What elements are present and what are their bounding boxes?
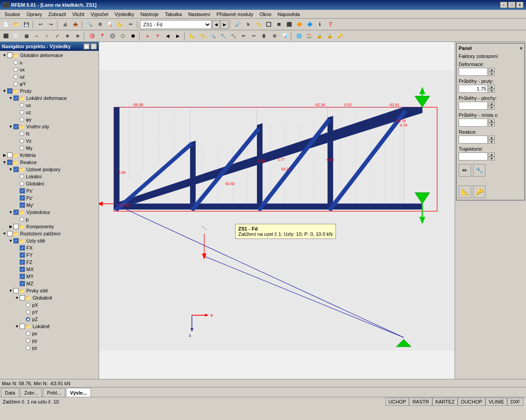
kartez-button[interactable]: KARTEZ bbox=[432, 398, 458, 406]
menu-item-zobrazit[interactable]: Zobrazit bbox=[46, 11, 69, 18]
tb-btn-10[interactable]: 🔳 bbox=[274, 20, 284, 29]
checkbox-22[interactable] bbox=[13, 210, 19, 215]
trajectories-input[interactable] bbox=[459, 152, 488, 161]
bottom-tab-0[interactable]: Data bbox=[1, 388, 19, 397]
tree-item-5[interactable]: ▼📁Pruty bbox=[0, 87, 99, 95]
tb-btn-14[interactable]: ℹ bbox=[315, 20, 325, 29]
save-button[interactable]: 💾 bbox=[21, 20, 31, 29]
tb2-btn-25[interactable]: 🗑 bbox=[259, 31, 269, 41]
checkbox-21[interactable] bbox=[20, 202, 25, 208]
tree-item-1[interactable]: u bbox=[0, 59, 99, 66]
checkbox-33[interactable] bbox=[13, 288, 19, 293]
radio-13[interactable] bbox=[20, 146, 24, 150]
tb-btn-1[interactable]: 🔍 bbox=[85, 20, 95, 29]
rastr-button[interactable]: RASTR bbox=[409, 398, 432, 406]
tb2-btn-16[interactable]: ◀ bbox=[163, 31, 173, 41]
menu-item-nápověda[interactable]: Nápověda bbox=[275, 11, 302, 18]
tb2-btn-13[interactable]: ⬢ bbox=[128, 31, 138, 41]
radio-36[interactable] bbox=[26, 310, 30, 314]
tb2-btn-14[interactable]: 🔺 bbox=[142, 31, 152, 41]
radio-40[interactable] bbox=[26, 338, 30, 343]
radio-41[interactable] bbox=[26, 346, 30, 350]
menu-item-nastavení[interactable]: Nastavení bbox=[186, 11, 213, 18]
nav-fwd-button[interactable]: ▶ bbox=[220, 20, 228, 29]
menu-item-výsledky[interactable]: Výsledky bbox=[112, 11, 137, 18]
tree-item-28[interactable]: FY bbox=[0, 251, 99, 259]
deformation-input[interactable] bbox=[459, 68, 488, 76]
tree-item-32[interactable]: MZ bbox=[0, 280, 99, 287]
menu-item-přídavné-moduly[interactable]: Přídavné moduly bbox=[214, 11, 256, 18]
panel-edit-button[interactable]: ✏ bbox=[459, 164, 471, 177]
tb2-btn-7[interactable]: ⊕ bbox=[62, 31, 72, 41]
vlinie-button[interactable]: VLINIE bbox=[485, 398, 507, 406]
tb2-btn-23[interactable]: ✏ bbox=[239, 31, 249, 41]
checkbox-25[interactable] bbox=[7, 231, 12, 236]
tree-item-26[interactable]: ▼📁Uzly sítě bbox=[0, 237, 99, 244]
checkbox-16[interactable] bbox=[13, 167, 19, 172]
checkbox-34[interactable] bbox=[20, 295, 25, 301]
surfaces-up[interactable]: ▲ bbox=[489, 102, 495, 106]
checkbox-19[interactable] bbox=[20, 188, 25, 194]
tb2-btn-11[interactable]: 🔘 bbox=[108, 31, 117, 41]
tb2-btn-31[interactable]: 🔓 bbox=[325, 31, 335, 41]
tb2-btn-6[interactable]: ⤢ bbox=[52, 31, 62, 41]
reactions-input[interactable] bbox=[459, 136, 488, 144]
radio-35[interactable] bbox=[26, 303, 30, 307]
tree-item-0[interactable]: ▼📁Globální deformace bbox=[0, 52, 99, 59]
panel-measure-button[interactable]: 📐 bbox=[459, 185, 471, 198]
nav-float-button[interactable]: ▣ bbox=[83, 43, 90, 49]
tree-item-8[interactable]: uz bbox=[0, 109, 99, 116]
panel-settings-button[interactable]: 🔧 bbox=[473, 164, 485, 177]
menu-item-soubor[interactable]: Soubor bbox=[2, 11, 23, 18]
tree-item-36[interactable]: pY bbox=[0, 309, 99, 316]
tb2-btn-8[interactable]: ⊗ bbox=[73, 31, 83, 41]
tb2-btn-27[interactable]: 📊 bbox=[280, 31, 290, 41]
tree-item-4[interactable]: φY bbox=[0, 80, 99, 87]
tb2-btn-15[interactable]: 🔻 bbox=[153, 31, 162, 41]
nav-back-button[interactable]: ◀ bbox=[212, 20, 220, 29]
deformation-down[interactable]: ▼ bbox=[489, 72, 495, 76]
tb2-btn-3[interactable]: ▦ bbox=[21, 31, 31, 41]
tree-item-6[interactable]: ▼📁Lokální deformace bbox=[0, 95, 99, 102]
tree-item-13[interactable]: My bbox=[0, 144, 99, 152]
print-button[interactable]: 🖨 bbox=[60, 20, 70, 29]
menu-item-tabulka[interactable]: Tabulka bbox=[162, 11, 185, 18]
nav-close-button[interactable]: × bbox=[91, 43, 97, 49]
tb2-btn-21[interactable]: 🔧 bbox=[218, 31, 228, 41]
radio-9[interactable] bbox=[20, 117, 24, 122]
menu-item-okno[interactable]: Okno bbox=[257, 11, 274, 18]
locations-input[interactable] bbox=[459, 119, 488, 127]
radio-12[interactable] bbox=[20, 139, 24, 143]
undo-button[interactable]: ↩ bbox=[36, 20, 46, 29]
tree-item-34[interactable]: ▼📁Globálně bbox=[0, 294, 99, 301]
tb-btn-8[interactable]: 📏 bbox=[253, 20, 263, 29]
tree-item-10[interactable]: ▼📁Vnitřní síly bbox=[0, 123, 99, 130]
tree-item-18[interactable]: Globální bbox=[0, 180, 99, 187]
trajectories-down[interactable]: ▼ bbox=[489, 156, 495, 161]
tree-item-31[interactable]: MY bbox=[0, 273, 99, 280]
tb-btn-3[interactable]: 📊 bbox=[105, 20, 115, 29]
tb2-btn-32[interactable]: 🔑 bbox=[335, 31, 345, 41]
menu-item-výpočet[interactable]: Výpočet bbox=[88, 11, 111, 18]
checkbox-28[interactable] bbox=[20, 252, 25, 258]
checkbox-29[interactable] bbox=[20, 259, 25, 265]
checkbox-14[interactable] bbox=[7, 152, 12, 158]
tb2-btn-29[interactable]: 🏠 bbox=[304, 31, 314, 41]
tree-item-33[interactable]: ▼📁Prvky sítě bbox=[0, 287, 99, 294]
menu-item-vložit[interactable]: Vložit bbox=[70, 11, 87, 18]
tree-item-37[interactable]: pZ bbox=[0, 316, 99, 323]
radio-17[interactable] bbox=[20, 174, 24, 179]
tree-item-7[interactable]: ux bbox=[0, 102, 99, 109]
export-button[interactable]: 📤 bbox=[70, 20, 80, 29]
dxf-button[interactable]: DXF bbox=[507, 398, 523, 406]
tree-item-9[interactable]: φy bbox=[0, 116, 99, 123]
tb2-btn-4[interactable]: ↔ bbox=[32, 31, 41, 41]
tb2-btn-10[interactable]: 📍 bbox=[97, 31, 107, 41]
beams-down[interactable]: ▼ bbox=[489, 89, 495, 93]
tb2-btn-9[interactable]: 🎯 bbox=[87, 31, 97, 41]
tb2-btn-24[interactable]: ✂ bbox=[249, 31, 259, 41]
locations-up[interactable]: ▲ bbox=[489, 119, 495, 123]
minimize-button[interactable]: − bbox=[500, 2, 507, 8]
tree-item-35[interactable]: pX bbox=[0, 301, 99, 309]
tb2-btn-18[interactable]: 📐 bbox=[187, 31, 197, 41]
